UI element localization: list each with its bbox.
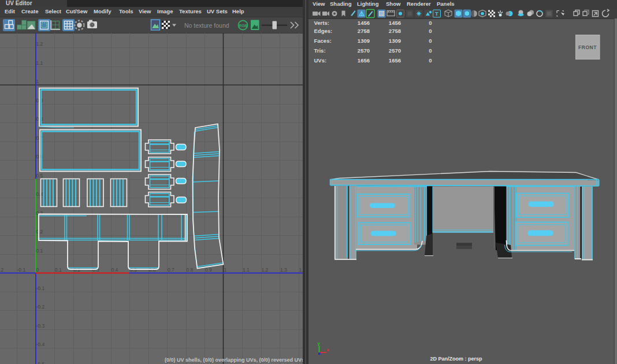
svg-text:2D Pan/Zoom : persp: 2D Pan/Zoom : persp	[430, 356, 482, 362]
svg-text:0.4: 0.4	[36, 191, 43, 197]
svg-text:0: 0	[429, 20, 432, 26]
svg-text:0: 0	[429, 28, 432, 34]
svg-text:1656: 1656	[358, 57, 370, 64]
svg-text:-0.3: -0.3	[36, 323, 45, 329]
svg-text:UVs:: UVs:	[314, 57, 327, 64]
svg-text:Verts:: Verts:	[314, 20, 329, 26]
svg-text:1456: 1456	[389, 20, 401, 26]
svg-text:1.2: 1.2	[36, 41, 43, 47]
svg-text:0.3: 0.3	[36, 210, 43, 216]
svg-text:0.1: 0.1	[36, 248, 43, 254]
svg-text:1309: 1309	[358, 38, 370, 44]
svg-text:Edges:: Edges:	[314, 28, 333, 34]
svg-text:1.1: 1.1	[243, 267, 250, 273]
svg-text:2758: 2758	[389, 28, 401, 34]
svg-text:(0/0) UV shells, (0/0) overlap: (0/0) UV shells, (0/0) overlapping UVs, …	[165, 357, 304, 363]
svg-text:No texture found: No texture found	[184, 22, 229, 29]
svg-text:0: 0	[429, 57, 432, 64]
svg-text:-0.4: -0.4	[36, 341, 45, 347]
svg-text:1.1: 1.1	[36, 60, 43, 66]
svg-text:2758: 2758	[358, 28, 370, 34]
svg-text:-0.5: -0.5	[36, 361, 45, 364]
svg-text:1: 1	[224, 267, 227, 273]
svg-text:0: 0	[429, 38, 432, 44]
svg-text:0.4: 0.4	[111, 267, 118, 273]
svg-text:1456: 1456	[358, 20, 370, 26]
svg-text:0.9: 0.9	[205, 267, 212, 273]
svg-text:RGB: RGB	[239, 24, 248, 28]
svg-text:1.3: 1.3	[280, 267, 287, 273]
svg-text:2570: 2570	[358, 47, 370, 54]
svg-text:0.8: 0.8	[187, 267, 194, 273]
svg-text:1: 1	[36, 79, 39, 84]
svg-text:-0.1: -0.1	[17, 267, 26, 273]
svg-text:-0.2: -0.2	[36, 304, 45, 310]
svg-text:0: 0	[36, 267, 39, 273]
svg-text:-0.2: -0.2	[0, 267, 3, 273]
svg-text:1656: 1656	[389, 57, 401, 64]
svg-text:Faces:: Faces:	[314, 38, 332, 44]
svg-text:T: T	[435, 10, 438, 17]
svg-text:2570: 2570	[389, 47, 401, 54]
svg-text:0.2: 0.2	[36, 229, 43, 235]
svg-text:1.2: 1.2	[262, 267, 269, 273]
svg-text:0.5: 0.5	[36, 173, 43, 179]
svg-text:0: 0	[429, 47, 432, 54]
svg-text:1309: 1309	[389, 38, 401, 44]
svg-text:FRONT: FRONT	[578, 44, 597, 50]
svg-text:0.7: 0.7	[168, 267, 174, 273]
svg-text:0.1: 0.1	[55, 267, 62, 273]
svg-text:Tris:: Tris:	[314, 47, 326, 54]
svg-text:-0.1: -0.1	[36, 285, 45, 291]
